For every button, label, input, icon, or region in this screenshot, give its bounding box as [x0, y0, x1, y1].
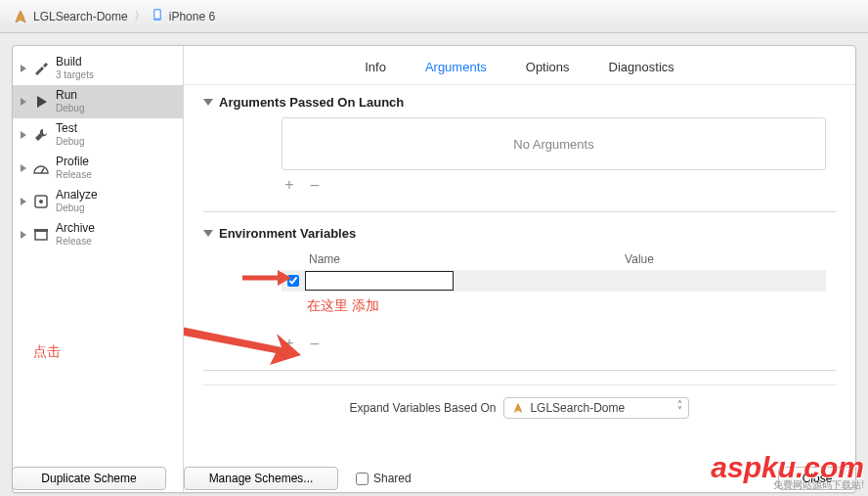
wrench-icon [32, 126, 50, 144]
section-divider [203, 211, 836, 212]
updown-caret-icon: ˄˅ [677, 402, 682, 414]
analyze-icon [32, 193, 50, 210]
env-table: Name Value [282, 248, 826, 292]
env-row-checkbox[interactable] [282, 275, 305, 287]
tab-arguments[interactable]: Arguments [425, 60, 487, 74]
close-button[interactable]: Close [778, 467, 856, 490]
breadcrumb: LGLSearch-Dome 〉 iPhone 6 [0, 0, 868, 33]
sidebar-item-test[interactable]: TestDebug [13, 118, 183, 152]
disclosure-triangle-icon[interactable] [21, 131, 26, 139]
device-icon [152, 8, 163, 24]
main-pane: Info Arguments Options Diagnostics Argum… [184, 46, 855, 492]
disclosure-triangle-icon[interactable] [21, 98, 26, 106]
svg-point-4 [39, 200, 43, 203]
svg-rect-5 [35, 231, 47, 240]
archive-icon [32, 226, 50, 244]
add-argument-button[interactable]: + [282, 176, 297, 194]
shared-checkbox[interactable]: Shared [356, 472, 412, 485]
disclosure-triangle-icon[interactable] [21, 231, 26, 239]
duplicate-scheme-button[interactable]: Duplicate Scheme [12, 467, 166, 490]
hammer-icon [32, 60, 50, 77]
svg-rect-1 [154, 11, 159, 19]
env-name-input[interactable] [305, 271, 454, 291]
svg-rect-6 [34, 229, 48, 232]
arguments-list-empty: No Arguments [282, 117, 826, 170]
env-section: Environment Variables Name Value 在这里 添加 [203, 226, 836, 352]
env-add-remove: + – [282, 335, 836, 352]
remove-argument-button[interactable]: – [307, 176, 323, 194]
content-area: Arguments Passed On Launch No Arguments … [184, 85, 855, 492]
disclosure-down-icon [203, 99, 213, 106]
add-env-button[interactable]: + [282, 335, 297, 352]
arguments-add-remove: + – [282, 176, 836, 194]
arguments-header[interactable]: Arguments Passed On Launch [203, 95, 836, 110]
gauge-icon [32, 159, 50, 177]
sidebar-item-profile[interactable]: ProfileRelease [13, 152, 183, 185]
disclosure-down-icon [203, 230, 213, 237]
sidebar-item-run[interactable]: RunDebug [13, 85, 183, 118]
breadcrumb-device[interactable]: iPhone 6 [169, 10, 215, 23]
env-col-value: Value [453, 252, 826, 266]
expand-select[interactable]: LGLSearch-Dome ˄˅ [503, 397, 689, 419]
sidebar-item-archive[interactable]: ArchiveRelease [13, 218, 183, 251]
env-table-header: Name Value [282, 248, 826, 270]
env-header[interactable]: Environment Variables [203, 226, 836, 241]
disclosure-triangle-icon[interactable] [21, 164, 26, 172]
sidebar-item-build[interactable]: Build3 targets [13, 52, 183, 85]
play-icon [32, 93, 50, 111]
shared-checkbox-input[interactable] [356, 473, 369, 485]
scheme-editor-panel: Build3 targets RunDebug TestDebug Profil… [12, 45, 856, 493]
sidebar-item-analyze[interactable]: AnalyzeDebug [13, 185, 183, 218]
tabs: Info Arguments Options Diagnostics [184, 46, 855, 85]
arrow-annotation-large-icon [184, 287, 301, 375]
manage-schemes-button[interactable]: Manage Schemes... [184, 467, 338, 490]
breadcrumb-project[interactable]: LGLSearch-Dome [33, 10, 128, 23]
tab-options[interactable]: Options [526, 60, 570, 74]
arguments-section: Arguments Passed On Launch No Arguments … [203, 95, 836, 194]
tab-info[interactable]: Info [365, 60, 386, 74]
disclosure-triangle-icon[interactable] [21, 198, 26, 205]
sidebar: Build3 targets RunDebug TestDebug Profil… [13, 46, 184, 492]
remove-env-button[interactable]: – [307, 335, 323, 352]
app-icon [14, 10, 27, 23]
expand-footer: Expand Variables Based On LGLSearch-Dome… [203, 384, 836, 432]
env-row[interactable] [282, 270, 826, 292]
env-col-name: Name [282, 252, 453, 266]
annotation-add-here: 在这里 添加 [307, 297, 379, 315]
chevron-right-icon: 〉 [134, 8, 146, 24]
tab-diagnostics[interactable]: Diagnostics [609, 60, 674, 74]
svg-marker-9 [184, 301, 301, 365]
disclosure-triangle-icon[interactable] [21, 65, 26, 72]
expand-label: Expand Variables Based On [350, 401, 497, 415]
section-divider [203, 370, 836, 371]
bottom-bar: Duplicate Scheme Manage Schemes... Share… [12, 467, 856, 490]
